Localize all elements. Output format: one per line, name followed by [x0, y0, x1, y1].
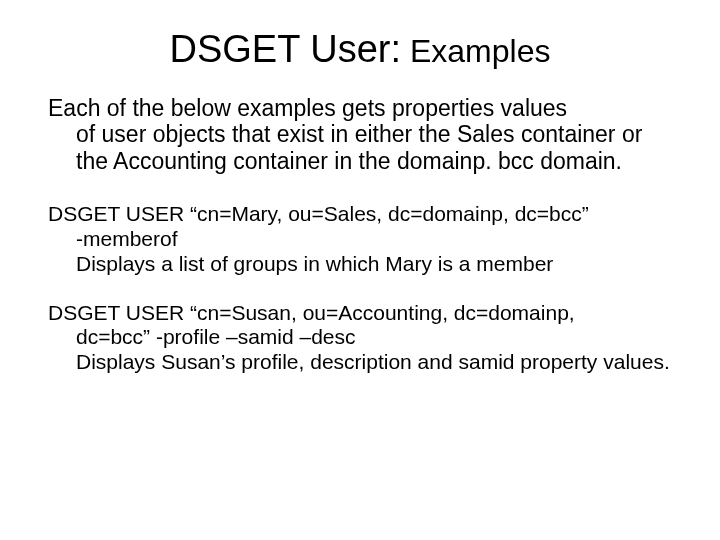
intro-line1: Each of the below examples gets properti… [48, 95, 567, 121]
example-2-command-line2: dc=bcc” -profile –samid –desc [48, 325, 672, 350]
title-sub: Examples [401, 33, 550, 69]
title-main: DSGET User: [170, 28, 402, 70]
example-1-command: DSGET USER “cn=Mary, ou=Sales, dc=domain… [48, 202, 589, 225]
slide-title: DSGET User: Examples [48, 28, 672, 71]
intro-paragraph: Each of the below examples gets properti… [48, 95, 672, 174]
slide: DSGET User: Examples Each of the below e… [0, 0, 720, 540]
example-2-command-line1: DSGET USER “cn=Susan, ou=Accounting, dc=… [48, 301, 575, 324]
example-2-description: Displays Susan’s profile, description an… [48, 350, 672, 375]
example-1-description: Displays a list of groups in which Mary … [48, 252, 672, 277]
example-1: DSGET USER “cn=Mary, ou=Sales, dc=domain… [48, 202, 672, 276]
example-1-option: -memberof [48, 227, 672, 252]
intro-rest: of user objects that exist in either the… [48, 121, 672, 174]
example-2: DSGET USER “cn=Susan, ou=Accounting, dc=… [48, 301, 672, 375]
